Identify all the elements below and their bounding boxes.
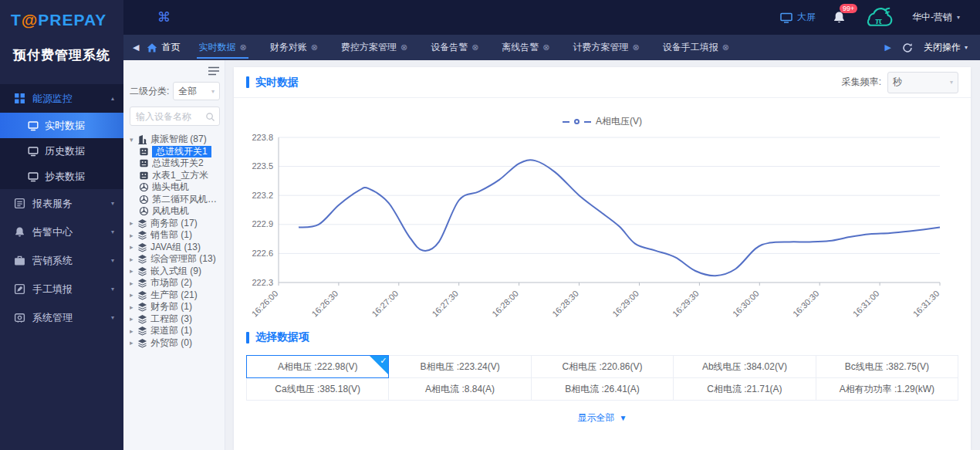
sidebar-item-5[interactable]: 系统管理▾ — [0, 303, 123, 332]
tree-caret-down-icon[interactable]: ▾ — [130, 136, 137, 144]
tree-caret-right-icon[interactable]: ▸ — [130, 255, 137, 263]
tabs-back-icon[interactable]: ◀ — [133, 42, 139, 52]
notifications-button[interactable]: 99+ — [833, 11, 846, 25]
line-chart[interactable]: 223.8223.5223.2222.9222.6222.316:26:0016… — [234, 128, 971, 324]
tab-close-icon[interactable]: ⊗ — [722, 42, 729, 52]
home-tab[interactable]: 首页 — [147, 41, 180, 54]
frequency-select[interactable]: 秒 ▾ — [887, 72, 958, 93]
tab-close-icon[interactable]: ⊗ — [542, 42, 549, 52]
tree-caret-right-icon[interactable]: ▸ — [130, 243, 137, 251]
tree-node-label: JAVA组 (13) — [150, 242, 201, 254]
layers-icon — [137, 230, 147, 240]
tree-caret-right-icon[interactable]: ▸ — [130, 267, 137, 275]
tree-node-label: 抛头电机 — [152, 181, 189, 194]
tree-node-14[interactable]: ▸财务部 (1) — [130, 301, 220, 313]
tree-caret-right-icon[interactable]: ▸ — [130, 327, 137, 335]
refresh-icon[interactable] — [902, 42, 913, 53]
tree-node-2[interactable]: 总进线开关2 — [130, 157, 220, 170]
big-screen-button[interactable]: 大屏 — [780, 11, 816, 24]
tree-node-label: 总进线开关1 — [152, 146, 211, 158]
collapse-list-icon[interactable] — [208, 66, 220, 76]
chart-legend[interactable]: A相电压(V) — [234, 115, 971, 128]
tab-3[interactable]: 设备告警⊗ — [431, 35, 478, 60]
tree-node-7[interactable]: ▸商务部 (17) — [130, 218, 220, 230]
tabs-forward-icon[interactable]: ▶ — [885, 42, 891, 52]
tree-node-11[interactable]: ▸嵌入式组 (9) — [130, 266, 220, 278]
tab-label: 费控方案管理 — [341, 41, 397, 54]
sidebar-item-3[interactable]: 营销系统▾ — [0, 246, 123, 275]
data-item-cell[interactable]: A相有功功率 :1.29(kW) — [816, 377, 958, 401]
sidebar-subitem-2[interactable]: 抄表数据 — [0, 164, 123, 189]
sidebar-item-4[interactable]: 手工填报▾ — [0, 275, 123, 303]
data-item-label: B相电压 :223.24(V) — [420, 360, 499, 374]
tab-close-icon[interactable]: ⊗ — [471, 42, 478, 52]
tree-node-4[interactable]: 抛头电机 — [130, 181, 220, 194]
tree-node-10[interactable]: ▸综合管理部 (13) — [130, 253, 220, 266]
tab-0[interactable]: 实时数据⊗ — [198, 35, 246, 60]
tree-caret-right-icon[interactable]: ▸ — [130, 339, 137, 347]
tree-caret-right-icon[interactable]: ▸ — [130, 279, 137, 287]
tab-1[interactable]: 财务对账⊗ — [270, 35, 318, 60]
tab-5[interactable]: 计费方案管理⊗ — [573, 35, 640, 60]
data-item-cell[interactable]: B相电压 :223.24(V) — [388, 355, 531, 378]
tree-caret-right-icon[interactable]: ▸ — [130, 219, 137, 227]
close-operations-dropdown[interactable]: 关闭操作 ▾ — [924, 41, 968, 54]
tree-node-12[interactable]: ▸市场部 (2) — [130, 277, 220, 289]
layers-icon — [137, 242, 147, 252]
tree-node-3[interactable]: 水表1_立方米 — [130, 170, 220, 182]
category-filter-select[interactable]: 全部 ▾ — [173, 82, 220, 100]
tree-node-label: 工程部 (3) — [150, 313, 192, 326]
sidebar-subitem-label: 历史数据 — [45, 144, 85, 158]
sidebar-subitem-1[interactable]: 历史数据 — [0, 138, 123, 164]
sidebar-item-0[interactable]: 能源监控▴ — [0, 84, 123, 113]
tab-close-icon[interactable]: ⊗ — [239, 42, 246, 52]
search-icon — [205, 111, 215, 121]
x-axis-tick-label: 16:31:30 — [911, 289, 941, 319]
tree-node-16[interactable]: ▸渠道部 (1) — [130, 325, 220, 337]
marketing-icon — [14, 255, 25, 266]
show-all-button[interactable]: 显示全部 ▼ — [234, 411, 971, 425]
chevron-up-icon: ▴ — [111, 95, 114, 102]
data-item-cell[interactable]: Ca线电压 :385.18(V) — [246, 377, 389, 401]
tab-close-icon[interactable]: ⊗ — [311, 42, 318, 52]
data-item-cell[interactable]: A相电流 :8.84(A) — [388, 377, 531, 401]
sidebar-subitem-0[interactable]: 实时数据 — [0, 113, 123, 138]
data-item-cell[interactable]: Ab线电压 :384.02(V) — [673, 355, 816, 378]
sidebar-item-label: 系统管理 — [32, 311, 73, 325]
tree-caret-right-icon[interactable]: ▸ — [130, 315, 137, 323]
tree-node-6[interactable]: 风机电机 — [130, 205, 220, 218]
series-line — [299, 160, 940, 276]
sidebar-item-2[interactable]: 告警中心▾ — [0, 218, 123, 246]
x-axis-tick-label: 16:27:00 — [370, 289, 400, 319]
tree-node-label: 总进线开关2 — [152, 157, 204, 170]
tab-2[interactable]: 费控方案管理⊗ — [341, 35, 407, 60]
tree-caret-right-icon[interactable]: ▸ — [130, 303, 137, 311]
tree-node-15[interactable]: ▸工程部 (3) — [130, 313, 220, 326]
data-item-cell[interactable]: A相电压 :222.98(V)✓ — [246, 355, 389, 378]
data-item-cell[interactable]: B相电流 :26.41(A) — [531, 377, 674, 401]
data-item-label: C相电压 :220.86(V) — [562, 360, 642, 374]
tree-node-1[interactable]: 总进线开关1 — [130, 146, 220, 158]
tree-caret-right-icon[interactable]: ▸ — [130, 291, 137, 299]
tree-caret-right-icon[interactable]: ▸ — [130, 232, 137, 239]
sidebar-item-1[interactable]: 报表服务▾ — [0, 189, 123, 218]
tree-node-17[interactable]: ▸外贸部 (0) — [130, 337, 220, 350]
tree-node-label: 销售部 (1) — [150, 229, 192, 242]
command-icon[interactable]: ⌘ — [157, 9, 171, 25]
tree-node-9[interactable]: ▸JAVA组 (13) — [130, 242, 220, 254]
tab-close-icon[interactable]: ⊗ — [400, 42, 407, 52]
tab-close-icon[interactable]: ⊗ — [633, 42, 640, 52]
cloud-iot-logo-icon[interactable]: π — [863, 5, 895, 30]
tree-node-5[interactable]: 第二循环风机电机 — [130, 194, 220, 206]
x-axis-tick-label: 16:29:00 — [610, 289, 640, 319]
tab-6[interactable]: 设备手工填报⊗ — [663, 35, 729, 60]
tree-node-0[interactable]: ▾康派智能 (87) — [130, 134, 220, 146]
data-item-cell[interactable]: Bc线电压 :382.75(V) — [816, 355, 958, 378]
data-item-cell[interactable]: C相电流 :21.71(A) — [673, 377, 816, 401]
tree-node-label: 商务部 (17) — [150, 218, 198, 230]
tree-node-8[interactable]: ▸销售部 (1) — [130, 229, 220, 242]
data-item-cell[interactable]: C相电压 :220.86(V) — [531, 355, 674, 378]
tab-4[interactable]: 离线告警⊗ — [502, 35, 549, 60]
user-menu[interactable]: 华中-营销 ▾ — [912, 11, 960, 24]
tree-node-13[interactable]: ▸生产部 (21) — [130, 289, 220, 302]
